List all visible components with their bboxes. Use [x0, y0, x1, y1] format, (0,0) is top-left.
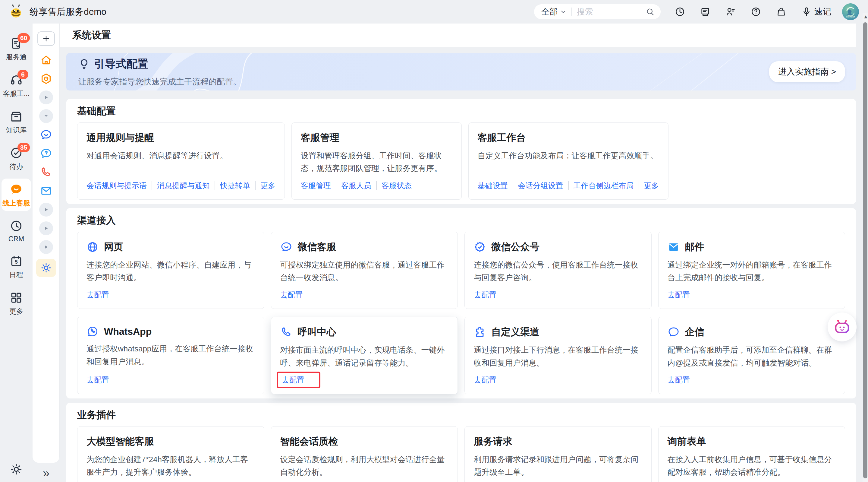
card-links: 去配置	[280, 373, 449, 387]
chat-question-icon[interactable]	[39, 147, 53, 161]
scrollbar[interactable]: ▲	[863, 13, 868, 482]
contacts-icon[interactable]	[724, 6, 737, 18]
configure-link[interactable]: 去配置	[280, 290, 303, 300]
scrollbar-thumb[interactable]	[863, 22, 867, 478]
sidebar-item-label: 待办	[9, 162, 23, 171]
avatar[interactable]: CONNECT	[842, 3, 859, 20]
banner-subtitle: 让服务专家指导您快速完成主干流程的配置。	[79, 76, 241, 87]
config-link[interactable]: 工作台侧边栏布局	[574, 181, 634, 191]
card-description: 设定会话质检规则，利用大模型对会话进行全量自动化分析。	[280, 453, 449, 478]
bee-logo-icon	[8, 4, 24, 20]
secondary-sidebar: »	[33, 24, 60, 482]
card-title: 服务请求	[474, 435, 513, 448]
system-settings-gear-icon[interactable]	[36, 259, 56, 277]
search-scope-dropdown[interactable]: 全部	[541, 6, 567, 17]
sidebar-item-6[interactable]: CRM	[1, 215, 31, 246]
feature-card: WhatsApp通过授权whatsapp应用，在客服工作台统一接收和回复用户消息…	[77, 317, 264, 394]
config-link[interactable]: 会话规则与提示语	[87, 181, 147, 191]
quick-note-button[interactable]: 速记	[801, 6, 831, 18]
implementation-guide-button[interactable]: 进入实施指南 >	[769, 61, 845, 82]
divider	[376, 181, 377, 190]
notification-badge: 60	[18, 33, 30, 43]
card-links: 去配置	[668, 373, 836, 387]
play-icon[interactable]	[39, 221, 53, 235]
section-title: 渠道接入	[77, 213, 845, 225]
config-link[interactable]: 客服人员	[341, 181, 371, 191]
settings-gear-icon[interactable]	[10, 463, 22, 475]
config-link[interactable]: 消息提醒与通知	[157, 181, 210, 191]
doc-check-icon: 60	[10, 37, 23, 50]
scroll-up-arrow[interactable]: ▲	[863, 14, 867, 20]
configure-link[interactable]: 去配置	[282, 375, 304, 385]
sidebar-item-label: 服务通	[6, 53, 27, 62]
clock-icon	[10, 219, 23, 232]
card-description: 连接您的企业网站、微信小程序、自建应用，与客户即时沟通。	[87, 258, 255, 284]
chat-smile-icon[interactable]	[39, 128, 53, 142]
card-links: 去配置	[280, 288, 449, 301]
config-link[interactable]: 客服状态	[381, 181, 412, 191]
configure-link[interactable]: 去配置	[474, 290, 496, 300]
divider	[571, 7, 572, 16]
mail-filled-icon	[668, 241, 680, 253]
sidebar-item-label: CRM	[8, 235, 24, 243]
play-icon[interactable]	[39, 203, 53, 217]
page-title: 系统设置	[72, 29, 111, 42]
config-link[interactable]: 基础设置	[478, 181, 508, 191]
sidebar-item-3[interactable]: 知识库	[1, 106, 31, 138]
card-links: 去配置	[87, 288, 255, 301]
sidebar-item-5[interactable]: 线上客服	[1, 178, 31, 211]
config-link[interactable]: 更多	[260, 181, 276, 191]
configure-link[interactable]: 去配置	[87, 375, 109, 385]
divider	[639, 181, 639, 190]
card-description: 自定义工作台功能及布局；让客服工作更高效顺手。	[478, 149, 659, 175]
search-icon[interactable]	[646, 7, 655, 16]
message-center-icon[interactable]	[699, 6, 711, 18]
sidebar-item-7[interactable]: 5日程	[1, 250, 31, 283]
history-clock-icon[interactable]	[674, 6, 686, 18]
config-link[interactable]: 更多	[644, 181, 659, 191]
card-title: 询前表单	[668, 435, 706, 448]
card-links: 去配置	[87, 373, 255, 387]
config-link[interactable]: 会话分组设置	[518, 181, 563, 191]
play-icon[interactable]	[39, 90, 53, 104]
search-input[interactable]	[577, 7, 646, 17]
card-grid: 大模型智能客服为您的企业创建7*24h客服机器人，释放人工客服生产力，提升客户服…	[77, 426, 845, 482]
feature-card: 客服工作台自定义工作台功能及布局；让客服工作更高效顺手。基础设置会话分组设置工作…	[468, 122, 669, 200]
app-store-bag-icon[interactable]	[775, 6, 787, 18]
calendar-icon: 5	[10, 255, 23, 268]
configure-link[interactable]: 去配置	[87, 290, 109, 300]
ai-assistant-robot-button[interactable]	[828, 312, 857, 341]
phone-icon[interactable]	[39, 165, 53, 179]
card-title: 自定义渠道	[491, 325, 539, 339]
config-link[interactable]: 快捷转单	[220, 181, 250, 191]
svg-text:5: 5	[15, 259, 18, 264]
global-search[interactable]: 全部	[534, 4, 661, 19]
monitor-hexagon-icon[interactable]	[39, 72, 53, 86]
configure-link[interactable]: 去配置	[668, 290, 690, 300]
sidebar-item-2[interactable]: 6客服工...	[1, 69, 31, 101]
collapse-caret-icon[interactable]	[39, 109, 53, 123]
card-links: 会话规则与提示语消息提醒与通知快捷转单更多	[87, 179, 276, 192]
card-title: 通用规则与提醒	[87, 131, 154, 144]
sidebar-item-label: 客服工...	[3, 89, 30, 98]
puzzle-icon	[474, 326, 486, 338]
card-title: 企信	[685, 325, 704, 339]
sidebar-item-1[interactable]: 60服务通	[1, 33, 31, 65]
feature-card: 客服管理设置和管理客服分组、工作时间、客服状态，规范客服团队管理，让服务更有序。…	[291, 122, 462, 200]
configure-link[interactable]: 去配置	[668, 375, 690, 385]
feature-card: 呼叫中心对接市面主流的呼叫中心，实现电话条、一键外呼、来电弹屏、通话记录留存等能…	[271, 317, 458, 394]
help-icon[interactable]	[750, 6, 762, 18]
divider	[513, 181, 513, 190]
feature-card: 微信客服可授权绑定独立使用的微信客服，通过客服工作台统一收发消息。去配置	[271, 232, 458, 309]
home-icon[interactable]	[39, 53, 53, 67]
play-icon[interactable]	[39, 240, 53, 254]
configure-link[interactable]: 去配置	[474, 375, 496, 385]
expand-sidebar-chevrons[interactable]: »	[43, 467, 50, 479]
sidebar-item-label: 日程	[9, 270, 23, 280]
sidebar-item-4[interactable]: 35待办	[1, 142, 31, 174]
chevron-down-icon	[560, 8, 567, 15]
sidebar-item-8[interactable]: 更多	[1, 287, 31, 319]
add-button[interactable]	[37, 31, 55, 46]
config-link[interactable]: 客服管理	[301, 181, 331, 191]
mail-icon[interactable]	[39, 184, 53, 198]
